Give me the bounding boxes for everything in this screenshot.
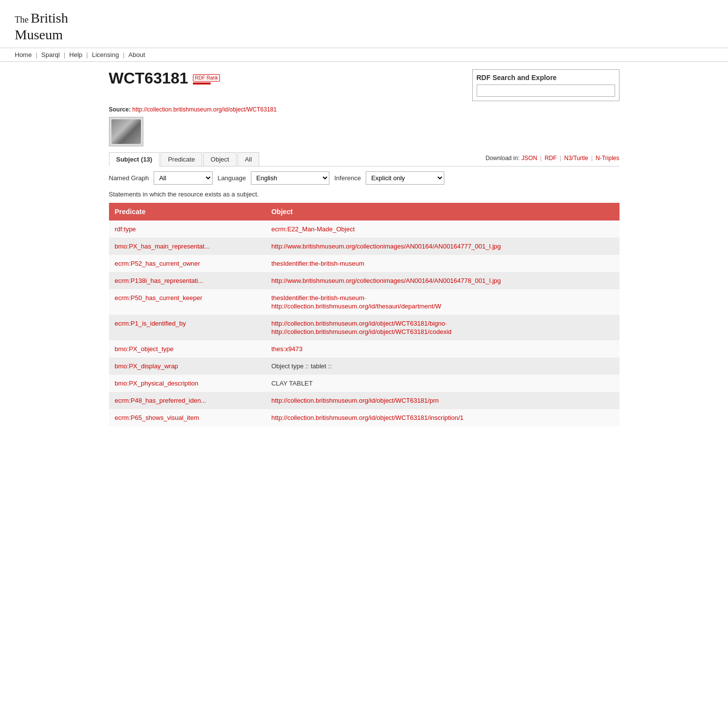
predicate-cell: bmo:PX_has_main_representat... [109,238,266,255]
filter-row: Named Graph All Language English Inferen… [109,171,620,185]
predicate-link[interactable]: bmo:PX_display_wrap [115,362,178,370]
download-area: Download in: JSON | RDF | N3/Turtle | N-… [485,155,620,162]
object-link[interactable]: http://collection.britishmuseum.org/id/o… [271,414,464,421]
predicate-cell: ecrm:P52_has_current_owner [109,255,266,272]
nav-about[interactable]: About [129,51,145,58]
table-row: ecrm:P65_shows_visual_itemhttp://collect… [109,409,620,426]
table-row: bmo:PX_display_wrapObject type :: tablet… [109,358,620,375]
predicate-cell: bmo:PX_display_wrap [109,358,266,375]
object-cell: http://www.britishmuseum.org/collectioni… [266,272,620,289]
tab-subject[interactable]: Subject (13) [109,152,160,166]
thumbnail [109,117,143,146]
tab-predicate[interactable]: Predicate [161,152,202,166]
table-row: ecrm:P50_has_current_keeperthesIdentifie… [109,289,620,315]
page-title: WCT63181 [109,69,189,87]
object-cell: http://collection.britishmuseum.org/id/o… [266,315,620,340]
nav-sep-2: | [64,51,65,58]
language-label: Language [217,174,246,182]
named-graph-label: Named Graph [109,174,149,182]
predicate-link[interactable]: ecrm:P52_has_current_owner [115,260,200,267]
table-row: ecrm:P138i_has_representati...http://www… [109,272,620,289]
predicate-link[interactable]: ecrm:P50_has_current_keeper [115,294,203,302]
col-predicate: Predicate [109,203,266,221]
predicate-link[interactable]: ecrm:P48_has_preferred_iden... [115,397,206,404]
predicate-cell: bmo:PX_physical_description [109,375,266,392]
predicate-link[interactable]: bmo:PX_has_main_representat... [115,243,210,250]
search-input[interactable] [477,84,615,97]
table-row: rdf:typeecrm:E22_Man-Made_Object [109,221,620,238]
object-link[interactable]: thesIdentifier:the-british-museum [271,260,364,267]
object-link[interactable]: http://www.britishmuseum.org/collectioni… [271,277,501,284]
rdf-rank-badge: RDF Rank [193,74,220,82]
source-line: Source: http://collection.britishmuseum.… [109,106,620,113]
nav-sparql[interactable]: Sparql [41,51,60,58]
inference-select[interactable]: Explicit only [366,171,444,185]
nav-sep-1: | [36,51,37,58]
statement-text: Statements in which the resource exists … [109,191,620,198]
download-json[interactable]: JSON [521,155,537,162]
predicate-cell: ecrm:P50_has_current_keeper [109,289,266,315]
object-cell: http://collection.britishmuseum.org/id/o… [266,392,620,409]
source-url[interactable]: http://collection.britishmuseum.org/id/o… [133,106,277,113]
col-object: Object [266,203,620,221]
predicate-link[interactable]: rdf:type [115,225,136,233]
object-cell: http://collection.britishmuseum.org/id/o… [266,409,620,426]
predicate-cell: ecrm:P1_is_identified_by [109,315,266,340]
nav-sep-4: | [123,51,124,58]
object-link[interactable]: http://collection.britishmuseum.org/id/o… [271,320,614,327]
thumbnail-image [111,119,141,144]
object-cell: thesIdentifier:the-british-museum [266,255,620,272]
object-link[interactable]: http://collection.britishmuseum.org/id/o… [271,328,614,335]
object-link[interactable]: thes:x9473 [271,345,303,353]
rdf-rank-bar [193,83,211,84]
table-row: bmo:PX_object_typethes:x9473 [109,340,620,358]
object-link[interactable]: http://www.britishmuseum.org/collectioni… [271,243,501,250]
object-cell: ecrm:E22_Man-Made_Object [266,221,620,238]
tab-object[interactable]: Object [203,152,237,166]
download-label: Download in: [485,155,519,162]
search-box: RDF Search and Explore [472,69,620,101]
inference-label: Inference [334,174,361,182]
object-text: CLAY TABLET [266,375,620,392]
search-box-title: RDF Search and Explore [477,74,615,82]
tabs-left: Subject (13) Predicate Object All [109,152,261,166]
download-rdf[interactable]: RDF [544,155,557,162]
download-n3turtle[interactable]: N3/Turtle [564,155,588,162]
nav-licensing[interactable]: Licensing [92,51,119,58]
predicate-link[interactable]: ecrm:P1_is_identified_by [115,320,186,327]
object-link[interactable]: ecrm:E22_Man-Made_Object [271,225,355,233]
predicate-link[interactable]: bmo:PX_object_type [115,345,174,353]
nav-sep-3: | [86,51,88,58]
object-link[interactable]: http://collection.britishmuseum.org/id/o… [271,397,439,404]
predicate-link[interactable]: ecrm:P138i_has_representati... [115,277,204,284]
table-row: ecrm:P52_has_current_ownerthesIdentifier… [109,255,620,272]
object-link[interactable]: thesIdentifier:the-british-museum· [271,294,614,302]
table-row: bmo:PX_physical_descriptionCLAY TABLET [109,375,620,392]
data-table: Predicate Object rdf:typeecrm:E22_Man-Ma… [109,203,620,426]
predicate-cell: ecrm:P65_shows_visual_item [109,409,266,426]
nav-home[interactable]: Home [15,51,32,58]
tab-all[interactable]: All [238,152,259,166]
predicate-link[interactable]: ecrm:P65_shows_visual_item [115,414,199,421]
logo: The BritishMuseum [15,10,713,43]
download-ntriples[interactable]: N-Triples [595,155,619,162]
logo-the: The [15,15,30,25]
title-row: WCT63181 RDF Rank RDF Search and Explore [109,69,620,101]
object-cell: thes:x9473 [266,340,620,358]
table-row: bmo:PX_has_main_representat...http://www… [109,238,620,255]
object-text: Object type :: tablet :: [266,358,620,375]
predicate-link[interactable]: bmo:PX_physical_description [115,380,199,387]
nav-bar: Home | Sparql | Help | Licensing | About [0,48,728,62]
predicate-cell: ecrm:P48_has_preferred_iden... [109,392,266,409]
object-cell: thesIdentifier:the-british-museum·http:/… [266,289,620,315]
predicate-cell: rdf:type [109,221,266,238]
logo-area: The BritishMuseum [0,0,728,48]
object-link[interactable]: http://collection.britishmuseum.org/id/t… [271,303,614,310]
predicate-cell: bmo:PX_object_type [109,340,266,358]
named-graph-select[interactable]: All [154,171,213,185]
source-label: Source: [109,106,131,113]
table-header-row: Predicate Object [109,203,620,221]
nav-help[interactable]: Help [69,51,82,58]
language-select[interactable]: English [251,171,329,185]
tabs-row: Subject (13) Predicate Object All Downlo… [109,152,620,166]
